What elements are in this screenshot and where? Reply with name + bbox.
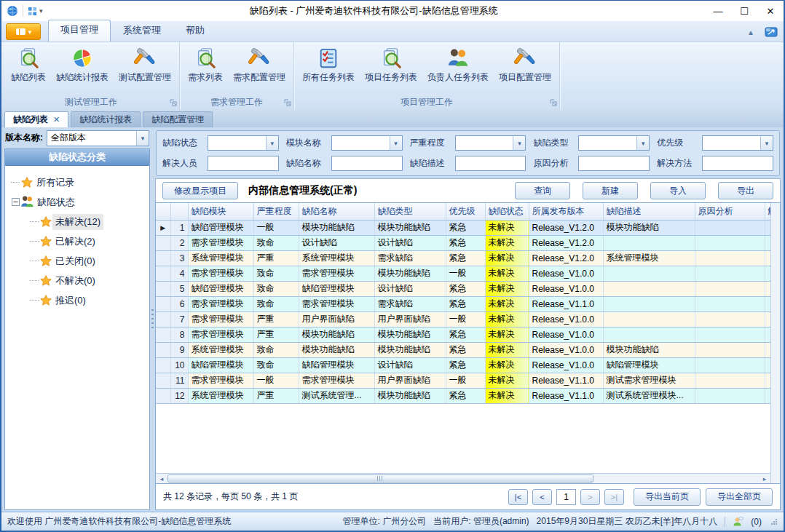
grid-column-header[interactable]: 缺陷状态 — [485, 203, 529, 220]
expander-minus-icon[interactable] — [11, 198, 20, 206]
grid-cell[interactable]: 用户界面缺陷 — [299, 311, 374, 327]
grid-column-header[interactable]: 原因分析 — [695, 203, 765, 220]
horizontal-scrollbar[interactable]: ◂ ▸ — [156, 473, 770, 483]
filter-input-cause-analysis[interactable] — [578, 156, 650, 171]
table-row[interactable]: 2需求管理模块致命设计缺陷设计缺陷紧急未解决Release_V1.2.0 — [156, 235, 770, 250]
grid-cell[interactable]: 模块功能缺陷 — [374, 388, 446, 403]
vertical-scrollbar[interactable] — [770, 203, 780, 483]
ribbon-button-defect-list[interactable]: 缺陷列表 — [6, 44, 51, 87]
table-row[interactable]: 3系统管理模块严重系统管理模块需求缺陷紧急未解决Release_V1.2.0系统… — [156, 250, 770, 266]
close-tab-icon[interactable]: ✕ — [53, 115, 60, 124]
grid-cell[interactable]: 紧急 — [446, 327, 485, 342]
grid-cell[interactable]: 未解决 — [485, 266, 529, 281]
grid-cell[interactable] — [765, 357, 770, 373]
filter-defect-name-value[interactable] — [332, 156, 402, 170]
grid-column-header[interactable]: 解决方法 — [765, 203, 770, 220]
grid-cell[interactable]: 缺陷管理模块 — [188, 220, 253, 235]
prev-page-button[interactable]: < — [532, 489, 552, 505]
filter-input-solution[interactable] — [702, 156, 773, 171]
grid-cell[interactable]: Release_V1.2.0 — [529, 220, 603, 235]
grid-cell[interactable] — [695, 327, 765, 342]
grid-cell[interactable]: 紧急 — [446, 357, 485, 373]
grid-cell[interactable] — [695, 311, 765, 327]
grid-cell[interactable] — [695, 373, 765, 388]
dialog-launcher-icon[interactable] — [170, 99, 177, 106]
grid-cell[interactable]: 严重 — [253, 311, 299, 327]
about-icon[interactable] — [765, 26, 778, 38]
grid-column-header[interactable]: 缺陷描述 — [603, 203, 695, 220]
grid-cell[interactable]: 模块功能缺陷 — [374, 327, 446, 342]
grid-cell[interactable] — [603, 327, 695, 342]
grid-cell[interactable]: 缺陷管理模块 — [299, 357, 374, 373]
grid-cell[interactable]: 未解决 — [485, 342, 529, 357]
chevron-down-icon[interactable]: ▾ — [266, 136, 278, 150]
quick-access-toolbar-button[interactable]: ▾ — [28, 7, 43, 16]
grid-cell[interactable] — [765, 311, 770, 327]
filter-cause-analysis-value[interactable] — [579, 156, 649, 170]
filter-select-priority[interactable]: ▾ — [702, 135, 773, 151]
scroll-left-icon[interactable]: ◂ — [157, 475, 166, 483]
ribbon-button-all-tasks-list[interactable]: 所有任务列表 — [297, 44, 360, 87]
grid-cell[interactable]: 需求管理模块 — [188, 327, 253, 342]
grid-cell[interactable] — [695, 266, 765, 281]
grid-cell[interactable]: 设计缺陷 — [374, 357, 446, 373]
grid-cell[interactable] — [603, 311, 695, 327]
grid-cell[interactable] — [695, 357, 765, 373]
grid-cell[interactable]: 紧急 — [446, 220, 485, 235]
grid-cell[interactable]: 系统管理模块 — [299, 250, 374, 266]
grid-cell[interactable]: 致命 — [253, 266, 299, 281]
scroll-right-icon[interactable]: ▸ — [760, 475, 769, 483]
tree-item-resolved[interactable]: 已解决(2) — [7, 231, 148, 251]
grid-column-header[interactable]: 优先级 — [446, 203, 485, 220]
collapse-ribbon-button[interactable]: ▲ — [743, 25, 759, 39]
grid-cell[interactable]: 模块功能缺陷 — [299, 327, 374, 342]
grid-cell[interactable]: Release_V1.0.0 — [529, 342, 603, 357]
grid-cell[interactable] — [765, 220, 770, 235]
grid-cell[interactable]: 用户界面缺陷 — [374, 311, 446, 327]
maximize-button[interactable]: ☐ — [731, 1, 757, 21]
grid-column-header[interactable]: 缺陷类型 — [374, 203, 446, 220]
grid-cell[interactable]: Release_V1.0.0 — [529, 266, 603, 281]
grid-cell[interactable]: 需求管理模块 — [299, 373, 374, 388]
tree-item-all-records[interactable]: 所有记录 — [7, 172, 148, 192]
page-number-input[interactable] — [556, 489, 576, 505]
filter-solution-value[interactable] — [703, 156, 773, 170]
filter-input-defect-name[interactable] — [331, 156, 403, 171]
filter-severity-value[interactable] — [456, 136, 513, 150]
tree-item-postponed[interactable]: 推迟(0) — [7, 290, 148, 310]
query-button[interactable]: 查询 — [515, 182, 570, 199]
grid-cell[interactable] — [695, 235, 765, 250]
table-row[interactable]: 5缺陷管理模块致命缺陷管理模块设计缺陷紧急未解决Release_V1.0.0 — [156, 281, 770, 296]
filter-defect-type-value[interactable] — [579, 136, 636, 150]
grid-cell[interactable] — [765, 250, 770, 266]
ribbon-button-requirement-config[interactable]: 需求配置管理 — [228, 44, 291, 87]
ribbon-tab-help[interactable]: 帮助 — [173, 20, 217, 41]
grid-cell[interactable]: 一般 — [253, 373, 299, 388]
resize-grip-icon[interactable] — [770, 518, 778, 525]
filter-resolver-value[interactable] — [208, 156, 278, 170]
grid-cell[interactable]: 紧急 — [446, 296, 485, 311]
grid-cell[interactable]: 未解决 — [485, 281, 529, 296]
grid-cell[interactable] — [603, 281, 695, 296]
grid-cell[interactable]: 测试系统管理... — [299, 388, 374, 403]
export-all-pages-button[interactable]: 导出全部页 — [706, 488, 773, 506]
next-page-button[interactable]: > — [580, 489, 600, 505]
grid-cell[interactable]: 需求管理模块 — [188, 235, 253, 250]
ribbon-button-requirement-list[interactable]: 需求列表 — [183, 44, 228, 87]
grid-cell[interactable]: 致命 — [253, 342, 299, 357]
export-button[interactable]: 导出 — [718, 182, 773, 199]
ribbon-button-owner-tasks-list[interactable]: 负责人任务列表 — [422, 44, 494, 87]
minimize-button[interactable]: — — [705, 1, 731, 21]
grid-cell[interactable]: 需求管理模块 — [188, 373, 253, 388]
chevron-down-icon[interactable]: ▾ — [390, 136, 402, 150]
grid-cell[interactable] — [765, 235, 770, 250]
grid-cell[interactable]: 需求管理模块 — [188, 266, 253, 281]
import-button[interactable]: 导入 — [650, 182, 706, 199]
grid-cell[interactable]: 紧急 — [446, 235, 485, 250]
grid-cell[interactable]: 模块功能缺陷 — [299, 220, 374, 235]
ribbon-tab-project-management[interactable]: 项目管理 — [48, 20, 111, 41]
grid-cell[interactable]: Release_V1.1.0 — [529, 388, 603, 403]
ribbon-button-test-config[interactable]: 测试配置管理 — [114, 44, 176, 87]
grid-cell[interactable]: 模块功能缺陷 — [374, 266, 446, 281]
grid-cell[interactable]: 致命 — [253, 235, 299, 250]
